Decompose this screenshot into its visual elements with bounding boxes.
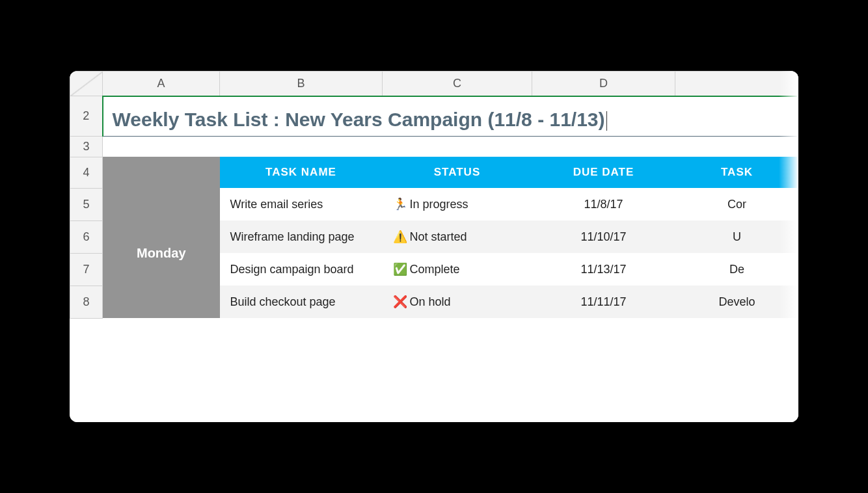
row-header-8[interactable]: 8 bbox=[70, 286, 103, 318]
col-header-C[interactable]: C bbox=[383, 72, 532, 96]
check-icon: ✅ bbox=[393, 262, 406, 276]
fade-bottom bbox=[70, 390, 798, 422]
due-cell-0[interactable]: 11/8/17 bbox=[532, 188, 675, 220]
next-cell-1[interactable]: U bbox=[675, 220, 799, 253]
task-cell-3[interactable]: Build checkout page bbox=[220, 286, 383, 318]
task-cell-2[interactable]: Design campaign board bbox=[220, 253, 383, 286]
status-text-0: In progress bbox=[410, 198, 468, 211]
cross-icon: ❌ bbox=[393, 295, 406, 309]
status-text-2: Complete bbox=[410, 263, 460, 276]
row-2: 2 Weekly Task List : New Years Campaign … bbox=[70, 96, 799, 137]
select-all-corner[interactable] bbox=[70, 72, 103, 96]
spreadsheet-grid[interactable]: A B C D 2 Weekly Task List : New Years C… bbox=[70, 71, 798, 319]
day-label-monday[interactable]: Monday bbox=[103, 188, 220, 318]
status-cell-0[interactable]: 🏃In progress bbox=[383, 188, 532, 220]
row-header-5[interactable]: 5 bbox=[70, 188, 103, 220]
status-cell-1[interactable]: ⚠️Not started bbox=[383, 220, 532, 253]
row-5: 5 Monday Write email series 🏃In progress… bbox=[70, 188, 799, 220]
row-header-6[interactable]: 6 bbox=[70, 220, 103, 253]
sheet-title: Weekly Task List : New Years Campaign (1… bbox=[113, 109, 605, 130]
next-cell-2[interactable]: De bbox=[675, 253, 799, 286]
header-task-name[interactable]: TASK NAME bbox=[220, 157, 383, 188]
due-cell-3[interactable]: 11/11/17 bbox=[532, 286, 675, 318]
warning-icon: ⚠️ bbox=[393, 230, 406, 244]
status-text-1: Not started bbox=[410, 230, 467, 243]
next-cell-0[interactable]: Cor bbox=[675, 188, 799, 220]
header-status[interactable]: STATUS bbox=[383, 157, 532, 188]
col-header-E[interactable] bbox=[675, 72, 799, 96]
col-header-B[interactable]: B bbox=[220, 72, 383, 96]
due-cell-1[interactable]: 11/10/17 bbox=[532, 220, 675, 253]
empty-cell-row3[interactable] bbox=[103, 136, 799, 157]
due-cell-2[interactable]: 11/13/17 bbox=[532, 253, 675, 286]
running-icon: 🏃 bbox=[393, 197, 406, 211]
header-task-partial[interactable]: TASK bbox=[675, 157, 799, 188]
status-text-3: On hold bbox=[410, 295, 451, 308]
text-cursor bbox=[606, 111, 607, 131]
row-header-4[interactable]: 4 bbox=[70, 157, 103, 188]
status-cell-3[interactable]: ❌On hold bbox=[383, 286, 532, 318]
col-header-A[interactable]: A bbox=[103, 72, 220, 96]
next-cell-3[interactable]: Develo bbox=[675, 286, 799, 318]
status-cell-2[interactable]: ✅Complete bbox=[383, 253, 532, 286]
column-header-row: A B C D bbox=[70, 72, 799, 96]
task-cell-0[interactable]: Write email series bbox=[220, 188, 383, 220]
header-day-blank[interactable] bbox=[103, 157, 220, 188]
row-3: 3 bbox=[70, 136, 799, 157]
title-cell[interactable]: Weekly Task List : New Years Campaign (1… bbox=[103, 96, 799, 137]
header-due-date[interactable]: DUE DATE bbox=[532, 157, 675, 188]
row-header-7[interactable]: 7 bbox=[70, 253, 103, 286]
task-cell-1[interactable]: Wireframe landing page bbox=[220, 220, 383, 253]
spreadsheet-card: A B C D 2 Weekly Task List : New Years C… bbox=[70, 71, 798, 422]
row-4: 4 TASK NAME STATUS DUE DATE TASK bbox=[70, 157, 799, 188]
row-header-3[interactable]: 3 bbox=[70, 136, 103, 157]
row-header-2[interactable]: 2 bbox=[70, 96, 103, 137]
col-header-D[interactable]: D bbox=[532, 72, 675, 96]
